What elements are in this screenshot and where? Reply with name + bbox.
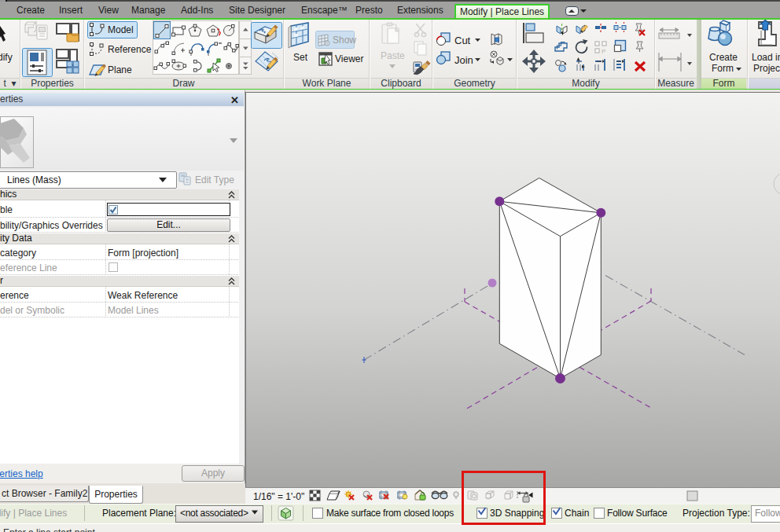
svg-text:Reference: Reference (108, 44, 152, 55)
svg-text:Create: Create (709, 52, 738, 63)
svg-text:Viewer: Viewer (335, 53, 363, 64)
svg-text:P: P (602, 48, 605, 55)
svg-text:dify: dify (0, 52, 13, 63)
svg-text:Paste: Paste (381, 50, 405, 61)
svg-text:Show: Show (333, 35, 356, 46)
svg-text:Load in: Load in (752, 52, 780, 63)
svg-text:Model: Model (108, 24, 134, 35)
svg-text:Join: Join (454, 54, 473, 66)
svg-text:Set: Set (293, 52, 308, 63)
svg-text:Form: Form (712, 63, 734, 74)
svg-text:Cut: Cut (454, 35, 471, 46)
svg-text:Plane: Plane (108, 64, 132, 75)
svg-text:Projec: Projec (753, 63, 780, 74)
